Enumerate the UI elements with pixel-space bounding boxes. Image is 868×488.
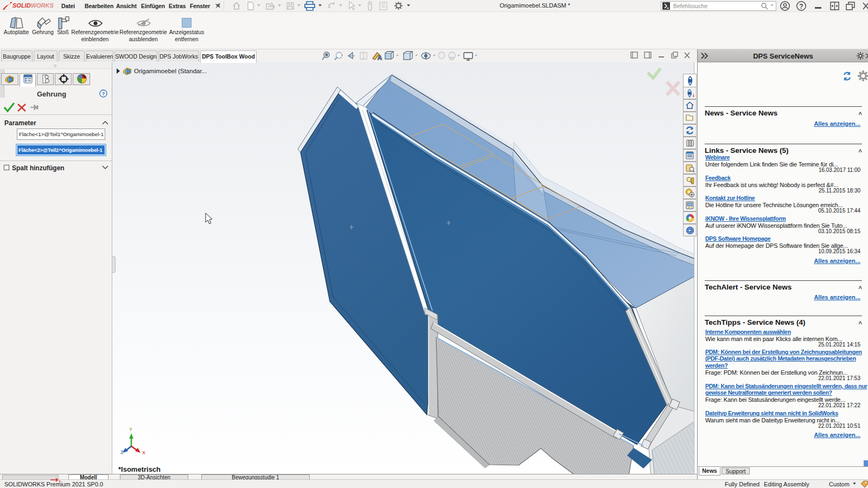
svg-text:Y: Y (129, 427, 132, 432)
svg-text:A: A (378, 54, 382, 61)
svg-text:X: X (142, 450, 145, 455)
svg-text:Origamimoebel (Standar...: Origamimoebel (Standar... (134, 68, 207, 74)
svg-text:i: i (693, 93, 694, 98)
svg-text:x: x (59, 479, 61, 483)
svg-text:?: ? (102, 91, 105, 97)
svg-text:Z: Z (120, 450, 124, 455)
svg-text:?: ? (799, 3, 803, 10)
